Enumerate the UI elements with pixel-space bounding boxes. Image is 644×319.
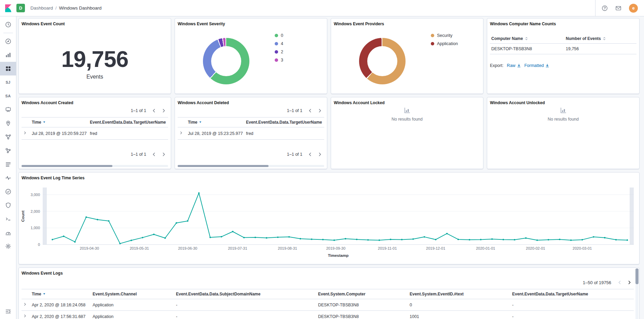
legend-item[interactable]: 4: [275, 40, 283, 48]
data-point[interactable]: [300, 238, 301, 239]
sidebar-item-graph[interactable]: [0, 144, 16, 157]
horizontal-scrollbar[interactable]: [22, 165, 168, 167]
column-header-target-user-name[interactable]: Event.EventData.Data.TargetUserName: [88, 117, 168, 127]
sidebar-item-visualize[interactable]: [0, 48, 16, 62]
column-header-time[interactable]: Time: [30, 117, 88, 127]
data-point[interactable]: [390, 239, 391, 240]
data-point[interactable]: [119, 243, 121, 244]
expand-row-icon[interactable]: [179, 131, 183, 135]
data-point[interactable]: [367, 239, 369, 240]
data-point[interactable]: [288, 236, 290, 237]
data-point[interactable]: [198, 192, 200, 194]
data-point[interactable]: [164, 237, 166, 239]
horizontal-scrollbar[interactable]: [178, 165, 324, 167]
column-header-subject-domain-name[interactable]: Event.EventData.Data.SubjectDomainName: [175, 289, 317, 299]
export-raw-link[interactable]: Raw: [507, 63, 521, 68]
next-page-button[interactable]: [315, 106, 324, 115]
table-row[interactable]: DESKTOP-TBSB3N819,756: [490, 44, 636, 54]
prev-page-button[interactable]: [150, 106, 159, 115]
expand-row-icon[interactable]: [23, 131, 27, 135]
data-point[interactable]: [74, 241, 76, 242]
data-point[interactable]: [559, 239, 560, 240]
table-row[interactable]: Jul 28, 2019 @ 15:20:59.227fred: [22, 127, 168, 140]
sidebar-item-management[interactable]: [0, 239, 16, 253]
sidebar-item-space-sj[interactable]: SJ: [0, 75, 16, 89]
data-point[interactable]: [85, 217, 87, 218]
data-point[interactable]: [277, 236, 278, 238]
time-series-chart[interactable]: 01,0002,0003,0002019-04-302019-05-312019…: [19, 172, 639, 264]
data-point[interactable]: [627, 239, 628, 241]
data-point[interactable]: [615, 239, 617, 240]
data-point[interactable]: [593, 236, 594, 237]
kibana-logo[interactable]: [0, 4, 16, 13]
column-header-time[interactable]: Time: [30, 289, 91, 299]
data-point[interactable]: [176, 222, 177, 224]
data-point[interactable]: [503, 239, 504, 240]
prev-page-button[interactable]: [306, 106, 315, 115]
data-point[interactable]: [243, 237, 245, 238]
breadcrumb-dashboard[interactable]: Dashboard: [30, 5, 53, 11]
data-point[interactable]: [446, 233, 448, 234]
sidebar-item-monitoring[interactable]: [0, 226, 16, 239]
horizontal-scrollbar-thumb[interactable]: [22, 165, 112, 167]
data-point[interactable]: [536, 239, 538, 241]
data-point[interactable]: [604, 237, 605, 238]
space-badge[interactable]: D: [16, 4, 25, 12]
data-point[interactable]: [412, 238, 414, 240]
sidebar-item-dashboard[interactable]: [0, 62, 16, 75]
data-point[interactable]: [187, 220, 188, 222]
data-point[interactable]: [548, 239, 549, 240]
column-header-number-of-events[interactable]: Number of Events: [564, 34, 636, 44]
export-formatted-link[interactable]: Formatted: [524, 63, 549, 68]
column-header-computer[interactable]: Event.System.Computer: [317, 289, 408, 299]
prev-page-button[interactable]: [306, 150, 315, 159]
data-point[interactable]: [356, 239, 357, 240]
data-point[interactable]: [525, 237, 526, 239]
horizontal-scrollbar-thumb[interactable]: [178, 165, 269, 167]
vertical-scrollbar[interactable]: [635, 268, 639, 319]
data-point[interactable]: [97, 219, 98, 220]
data-point[interactable]: [142, 237, 143, 238]
sidebar-item-recently-viewed[interactable]: [0, 18, 16, 31]
data-point[interactable]: [232, 231, 233, 232]
legend-item[interactable]: 2: [275, 48, 283, 56]
sidebar-item-apm[interactable]: [0, 171, 16, 185]
legend-item[interactable]: Security: [431, 31, 458, 40]
newsfeed-icon[interactable]: [615, 5, 621, 11]
data-point[interactable]: [469, 239, 470, 240]
data-point[interactable]: [581, 239, 583, 240]
sidebar-item-machine-learning[interactable]: [0, 130, 16, 144]
column-header-computer-name[interactable]: Computer Name: [490, 34, 564, 44]
data-point[interactable]: [221, 236, 222, 237]
table-row[interactable]: Jul 28, 2019 @ 15:23:25.977fred: [178, 127, 324, 140]
sidebar-item-siem[interactable]: [0, 198, 16, 212]
legend-item[interactable]: Application: [431, 40, 458, 48]
column-header-event-id[interactable]: Event.System.EventID.#text: [408, 289, 511, 299]
column-header-time[interactable]: Time: [187, 117, 245, 127]
next-page-button[interactable]: [625, 278, 634, 287]
sidebar-item-dev-tools[interactable]: [0, 212, 16, 226]
column-header-target-user-name[interactable]: Event.EventData.Data.TargetUserName: [511, 289, 634, 299]
prev-page-button[interactable]: [150, 150, 159, 159]
data-point[interactable]: [311, 238, 312, 240]
column-header-channel[interactable]: Event.System.Channel: [91, 289, 175, 299]
data-point[interactable]: [491, 238, 493, 240]
legend-item[interactable]: 0: [275, 31, 283, 40]
data-point[interactable]: [345, 238, 346, 239]
data-point[interactable]: [108, 220, 109, 222]
data-point[interactable]: [379, 239, 380, 241]
user-avatar[interactable]: e: [629, 4, 638, 13]
sidebar-item-uptime[interactable]: [0, 185, 16, 198]
sidebar-item-space-sa[interactable]: SA: [0, 89, 16, 103]
data-point[interactable]: [570, 239, 572, 241]
data-point[interactable]: [480, 239, 481, 240]
next-page-button[interactable]: [315, 150, 324, 159]
severity-donut-chart[interactable]: [203, 38, 249, 84]
prev-page-button[interactable]: [615, 278, 624, 287]
expand-row-icon[interactable]: [23, 314, 27, 318]
data-point[interactable]: [255, 237, 256, 238]
data-point[interactable]: [457, 239, 459, 240]
data-point[interactable]: [153, 234, 154, 235]
table-row[interactable]: Apr 2, 2020 @ 18:16:24.058Application-DE…: [22, 299, 634, 311]
data-point[interactable]: [52, 239, 53, 240]
